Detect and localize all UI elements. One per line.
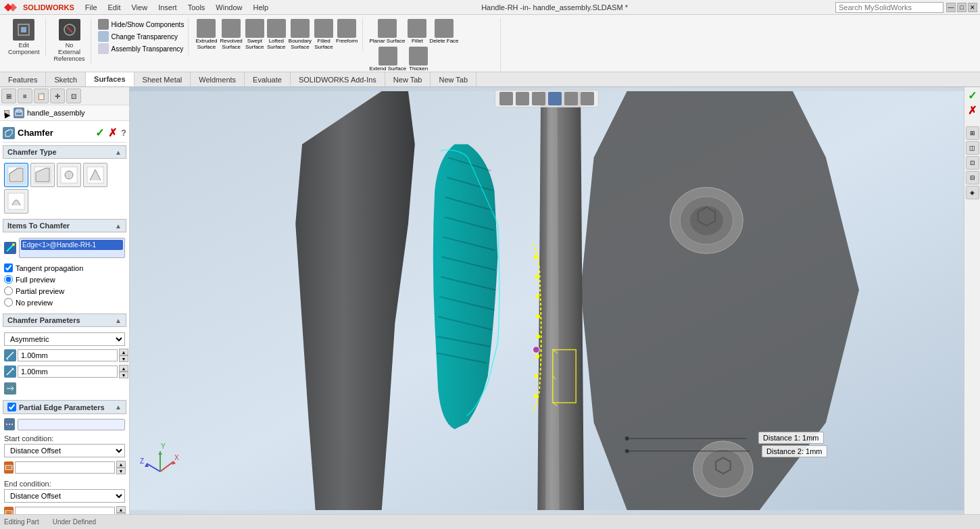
chamfer-type-btn-3[interactable] xyxy=(57,163,81,187)
end-condition-select[interactable]: Distance Offset Vertex Offset Percentage xyxy=(4,489,125,503)
tab-weldments[interactable]: Weldments xyxy=(191,72,245,86)
sidebar-btn-2[interactable]: ◫ xyxy=(966,141,979,155)
distance1-input[interactable]: 1.00mm xyxy=(18,349,118,361)
end-value-up[interactable]: ▲ xyxy=(116,506,126,513)
sidebar-btn-3[interactable]: ⊡ xyxy=(966,156,979,170)
boundary-surface-label: BoundarySurface xyxy=(289,38,312,50)
chamfer-type-buttons xyxy=(4,163,125,213)
tab-sheet-metal[interactable]: Sheet Metal xyxy=(134,72,191,86)
tab-new1[interactable]: New Tab xyxy=(385,72,431,86)
close-button[interactable]: ✕ xyxy=(968,3,977,12)
start-value-down[interactable]: ▼ xyxy=(116,468,126,474)
freeform-btn[interactable]: Freeform xyxy=(336,19,358,50)
view-zoom-btn[interactable] xyxy=(581,92,594,105)
view-camera-btn[interactable] xyxy=(548,92,562,105)
delete-face-btn[interactable]: Delete Face xyxy=(429,19,458,44)
swept-surface-icon xyxy=(245,19,264,38)
end-value-down[interactable]: ▼ xyxy=(116,513,126,514)
sidebar-btn-4[interactable]: ⊟ xyxy=(966,171,979,184)
fillet-btn[interactable]: Fillet xyxy=(408,19,426,44)
chamfer-type-btn-1[interactable] xyxy=(4,163,28,187)
partial-edge-checkbox[interactable] xyxy=(7,403,16,411)
thicken-btn[interactable]: Thicken xyxy=(409,47,428,72)
end-value-input[interactable]: 26.66125569mm xyxy=(15,507,115,514)
panel-tb-btn-2[interactable]: ≡ xyxy=(18,89,32,103)
search-input[interactable] xyxy=(835,2,944,13)
view-rotate-btn[interactable] xyxy=(564,92,578,105)
panel-tb-btn-3[interactable]: 📋 xyxy=(34,89,49,103)
chamfer-type-section-header[interactable]: Chamfer Type ▲ xyxy=(3,145,126,159)
filled-surface-btn[interactable]: FilledSurface xyxy=(314,19,333,50)
menu-bar: File Edit View Insert Tools Window Help xyxy=(80,2,274,13)
cancel-button[interactable]: ✗ xyxy=(108,126,117,139)
start-value-input[interactable]: 19.51564106mm xyxy=(15,461,115,474)
planar-surface-btn[interactable]: Planar Surface xyxy=(370,19,406,44)
view-type-btn[interactable] xyxy=(516,92,529,105)
sidebar-btn-1[interactable]: ⊞ xyxy=(966,126,979,140)
display-style-btn[interactable] xyxy=(532,92,545,105)
right-ok-icon[interactable]: ✓ xyxy=(966,89,979,102)
tab-surfaces[interactable]: Surfaces xyxy=(86,72,134,86)
swept-surface-btn[interactable]: SweptSurface xyxy=(245,19,264,50)
ok-button[interactable]: ✓ xyxy=(95,126,104,139)
help-button[interactable]: ? xyxy=(121,128,126,138)
menu-item-insert[interactable]: Insert xyxy=(153,2,182,13)
partial-edge-section-header[interactable]: Partial Edge Parameters ▲ xyxy=(3,400,126,414)
maximize-button[interactable]: □ xyxy=(957,3,966,12)
assembly-transparency-btn[interactable]: Assembly Transparency xyxy=(98,43,185,54)
tab-sketch[interactable]: Sketch xyxy=(46,72,86,86)
view-orient-btn[interactable] xyxy=(499,92,513,105)
tangent-propagation-checkbox[interactable] xyxy=(4,263,13,272)
distance2-up[interactable]: ▲ xyxy=(119,365,128,372)
edit-component-btn[interactable]: EditComponent xyxy=(8,19,40,55)
breadcrumb-arrow[interactable]: ▶ xyxy=(4,110,9,116)
chamfer-params-section-header[interactable]: Chamfer Parameters ▲ xyxy=(3,313,126,327)
change-transparency-label: Change Transparency xyxy=(112,33,178,41)
tab-evaluate[interactable]: Evaluate xyxy=(245,72,291,86)
distance1-up[interactable]: ▲ xyxy=(119,349,128,355)
distance2-icon xyxy=(4,366,16,378)
tab-addins[interactable]: SOLIDWORKS Add-Ins xyxy=(291,72,385,86)
revolved-surface-btn[interactable]: RevolvedSurface xyxy=(220,19,242,50)
extruded-surface-btn[interactable]: ExtrudedSurface xyxy=(195,19,217,50)
menu-item-tools[interactable]: Tools xyxy=(182,2,211,13)
panel-tb-btn-4[interactable]: ✛ xyxy=(50,89,65,103)
items-list[interactable]: Edge<1>@Handle-RH-1 xyxy=(19,238,125,258)
panel-tb-btn-1[interactable]: ⊞ xyxy=(1,89,16,103)
change-transparency-btn[interactable]: Change Transparency xyxy=(98,31,185,42)
menu-item-help[interactable]: Help xyxy=(247,2,274,13)
distance2-down[interactable]: ▼ xyxy=(119,372,128,378)
tab-new2[interactable]: New Tab xyxy=(431,72,476,86)
distance2-input[interactable]: 1.00mm xyxy=(18,366,118,378)
planar-surface-icon xyxy=(378,19,397,38)
hide-show-btn[interactable]: Hide/Show Components xyxy=(98,19,185,30)
partial-edge-input[interactable]: Edge<1>@Handle-RH-1 xyxy=(18,419,125,430)
chamfer-type-btn-5[interactable] xyxy=(4,189,28,213)
flip-icon[interactable] xyxy=(4,382,16,395)
menu-item-edit[interactable]: Edit xyxy=(103,2,126,13)
no-preview-radio[interactable] xyxy=(4,298,13,307)
distance1-down[interactable]: ▼ xyxy=(119,355,128,362)
chamfer-type-select[interactable]: Asymmetric Symmetric xyxy=(4,332,125,346)
panel-tb-btn-5[interactable]: ⊡ xyxy=(66,89,81,103)
partial-preview-radio[interactable] xyxy=(4,286,13,295)
boundary-surface-btn[interactable]: BoundarySurface xyxy=(289,19,312,50)
menu-item-file[interactable]: File xyxy=(80,2,103,13)
right-cancel-icon[interactable]: ✗ xyxy=(966,103,979,117)
sidebar-btn-5[interactable]: ◈ xyxy=(966,186,979,199)
viewport[interactable]: Distance 1: 1mm Distance 2: 1mm X Y Z xyxy=(130,87,964,514)
chamfer-type-btn-2[interactable] xyxy=(30,163,55,187)
items-to-chamfer-section-header[interactable]: Items To Chamfer ▲ xyxy=(3,219,126,232)
extend-surface-btn[interactable]: Extend Surface xyxy=(370,47,407,72)
menu-item-view[interactable]: View xyxy=(126,2,153,13)
tab-features[interactable]: Features xyxy=(0,72,46,86)
minimize-button[interactable]: — xyxy=(946,3,956,12)
start-value-up[interactable]: ▲ xyxy=(116,461,126,468)
left-panel: ⊞ ≡ 📋 ✛ ⊡ ▶ handle_assembly Chamfer xyxy=(0,87,130,514)
menu-item-window[interactable]: Window xyxy=(210,2,247,13)
thicken-label: Thicken xyxy=(409,66,428,72)
chamfer-type-btn-4[interactable] xyxy=(83,163,107,187)
full-preview-radio[interactable] xyxy=(4,275,13,284)
start-condition-select[interactable]: Distance Offset Vertex Offset Percentage xyxy=(4,444,125,457)
lofted-surface-btn[interactable]: LoftedSurface xyxy=(267,19,286,50)
